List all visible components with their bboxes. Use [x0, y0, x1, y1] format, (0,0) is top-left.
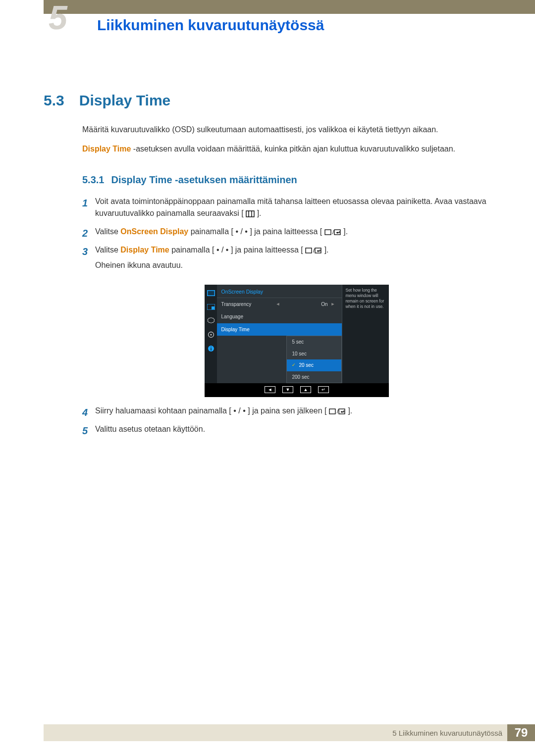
step-3-term: Display Time [120, 246, 169, 254]
source-enter-icon-3: / [329, 408, 346, 415]
svg-rect-17 [211, 347, 212, 348]
osd-main: OnScreen Display Transparency ◄ On ► Lan… [217, 285, 342, 384]
step-2-text-b: painamalla [ [191, 227, 233, 236]
step-4-text-c: ]. [348, 406, 352, 415]
source-enter-icon: / [324, 229, 341, 236]
osd-label: Language [221, 313, 275, 321]
osd-row-transparency: Transparency ◄ On ► [217, 298, 342, 311]
step-2-text-a: Valitse [95, 227, 120, 236]
step-1: Voit avata toimintonäppäinoppaan painama… [82, 196, 498, 220]
osd-row-language: Language [217, 310, 342, 323]
term-display-time: Display Time [82, 145, 131, 153]
onscreen-display-icon [207, 302, 215, 311]
osd-option: 5 sec [287, 336, 341, 348]
nav-down-icon: ▼ [282, 386, 293, 393]
svg-rect-0 [246, 211, 254, 217]
step-4-text-b: ] ja paina sen jälkeen [ [248, 406, 326, 415]
step-3-text-c: ] ja paina laitteessa [ [231, 246, 303, 254]
osd-iconbar [205, 285, 217, 384]
footer-text: 5 Liikkuminen kuvaruutunäytössä [392, 729, 502, 737]
chevron-right-icon: ► [331, 301, 335, 308]
osd-nav-buttons: ◄ ▼ ▲ ↵ [205, 383, 389, 393]
section-number: 5.3 [44, 92, 64, 109]
section-heading: 5.3 Display Time [44, 92, 505, 109]
step-1-text-b: ]. [257, 209, 262, 217]
dot-slash-dot: • / • [233, 227, 250, 236]
osd-value: On [321, 301, 327, 308]
svg-rect-16 [211, 348, 212, 351]
osd-option-selected: 20 sec [287, 359, 341, 371]
svg-point-14 [210, 334, 212, 335]
chevron-left-icon: ◄ [275, 301, 280, 308]
header-bar [44, 0, 535, 14]
dot-slash-dot-2: • / • [214, 246, 230, 254]
osd-option: 10 sec [287, 348, 341, 360]
step-3-text-b: painamalla [ [171, 246, 214, 254]
left-edge [42, 0, 44, 756]
page-number: 79 [507, 724, 535, 741]
intro-paragraph-2: Display Time -asetuksen avulla voidaan m… [82, 143, 498, 155]
nav-enter-icon: ↵ [318, 386, 329, 393]
step-2-term: OnScreen Display [120, 227, 188, 236]
step-4: Siirry haluamaasi kohtaan painamalla [ •… [82, 405, 498, 417]
intro-paragraph-1: Määritä kuvaruutuvalikko (OSD) sulkeutum… [82, 124, 498, 136]
page: 5 Liikkuminen kuvaruutunäytössä 5.3 Disp… [0, 0, 535, 756]
osd-header: OnScreen Display [217, 285, 342, 298]
source-enter-icon-2: / [305, 247, 322, 254]
footer: 5 Liikkuminen kuvaruutunäytössä 79 [44, 724, 535, 741]
settings-icon [207, 330, 215, 339]
step-5-text: Valittu asetus otetaan käyttöön. [95, 425, 205, 433]
osd-option: 200 sec [287, 371, 341, 383]
step-5: Valittu asetus otetaan käyttöön. [82, 423, 498, 436]
osd-panel: OnScreen Display Transparency ◄ On ► Lan… [205, 285, 389, 384]
info-icon [207, 344, 215, 353]
step-3-text-a: Valitse [95, 246, 120, 254]
osd-label: Display Time [221, 326, 275, 334]
chapter-number: 5 [49, 3, 77, 32]
svg-rect-18 [329, 409, 335, 414]
svg-rect-6 [306, 248, 312, 253]
dot-slash-dot-3: • / • [231, 406, 248, 415]
step-3: Valitse Display Time painamalla [ • / • … [82, 244, 498, 397]
osd-screenshot: OnScreen Display Transparency ◄ On ► Lan… [205, 285, 389, 398]
step-1-text-a: Voit avata toimintonäppäinoppaan painama… [95, 197, 486, 218]
osd-row-display-time: Display Time [217, 323, 342, 336]
svg-rect-10 [208, 291, 214, 295]
osd-submenu: 5 sec 10 sec 20 sec 200 sec [286, 336, 342, 383]
svg-rect-3 [325, 230, 331, 235]
chapter-title: Liikkuminen kuvaruutunäytössä [97, 17, 324, 34]
nav-up-icon: ▲ [300, 386, 311, 393]
step-2: Valitse OnScreen Display painamalla [ • … [82, 226, 498, 238]
osd-label: Transparency [221, 301, 275, 308]
section-title: Display Time [79, 92, 171, 109]
step-3-text-d: ]. [324, 246, 329, 254]
setup-icon [207, 316, 215, 325]
body: Määritä kuvaruutuvalikko (OSD) sulkeutum… [82, 124, 498, 442]
nav-left-icon: ◄ [265, 386, 275, 393]
steps-list: Voit avata toimintonäppäinoppaan painama… [82, 196, 498, 436]
osd-help-panel: Set how long the menu window will remain… [342, 285, 389, 384]
step-3-sub: Oheinen ikkuna avautuu. [95, 259, 498, 272]
subsection-number: 5.3.1 [82, 172, 104, 188]
intro-text: -asetuksen avulla voidaan määrittää, kui… [131, 145, 455, 153]
subsection-title: Display Time -asetuksen määrittäminen [111, 172, 297, 188]
menu-grid-icon [246, 210, 255, 217]
step-4-text-a: Siirry haluamaasi kohtaan painamalla [ [95, 406, 231, 415]
svg-rect-12 [212, 306, 214, 309]
picture-icon [207, 289, 215, 298]
subsection-heading: 5.3.1 Display Time -asetuksen määrittämi… [82, 172, 498, 188]
step-2-text-c: ] ja paina laitteessa [ [250, 227, 322, 236]
step-2-text-d: ]. [343, 227, 348, 236]
